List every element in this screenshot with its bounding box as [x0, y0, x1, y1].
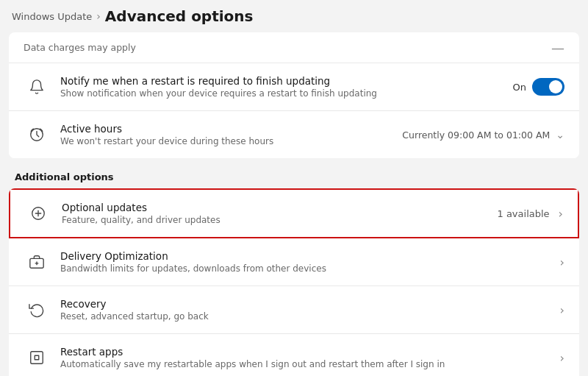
breadcrumb-separator: › — [96, 10, 101, 22]
active-hours-text: Active hours We won't restart your devic… — [60, 123, 402, 146]
setting-row-delivery-optimization[interactable]: Delivery Optimization Bandwidth limits f… — [9, 238, 579, 286]
toggle-on-label: On — [513, 82, 526, 93]
collapse-icon[interactable]: — — [551, 40, 564, 55]
recovery-control: › — [560, 303, 564, 317]
delivery-optimization-subtitle: Bandwidth limits for updates, downloads … — [60, 263, 560, 274]
additional-options-label: Additional options — [0, 158, 588, 188]
content-area: Data charges may apply — Notify me when … — [9, 32, 579, 158]
header: Windows Update › Advanced options — [0, 0, 588, 32]
delivery-optimization-title: Delivery Optimization — [60, 250, 560, 262]
notify-restart-text: Notify me when a restart is required to … — [60, 75, 513, 99]
data-charges-text: Data charges may apply — [24, 42, 136, 53]
notify-restart-control[interactable]: On — [513, 78, 564, 96]
setting-row-notify-restart[interactable]: Notify me when a restart is required to … — [9, 63, 579, 111]
setting-row-recovery[interactable]: Recovery Reset, advanced startup, go bac… — [9, 286, 579, 334]
active-hours-value: Currently 09:00 AM to 01:00 AM — [402, 130, 550, 141]
optional-updates-control: 1 available › — [498, 207, 564, 221]
recovery-icon — [24, 297, 50, 323]
additional-options-area: Optional updates Feature, quality, and d… — [9, 188, 579, 376]
setting-row-restart-apps[interactable]: Restart apps Automatically save my resta… — [9, 334, 579, 376]
restart-apps-title: Restart apps — [60, 346, 560, 358]
delivery-optimization-control: › — [560, 255, 564, 269]
breadcrumb: Windows Update › Advanced options — [12, 7, 253, 25]
delivery-icon — [24, 249, 50, 275]
active-hours-control[interactable]: Currently 09:00 AM to 01:00 AM ⌄ — [402, 129, 564, 141]
delivery-optimization-text: Delivery Optimization Bandwidth limits f… — [60, 250, 560, 274]
restart-apps-subtitle: Automatically save my restartable apps w… — [60, 359, 560, 369]
notify-restart-title: Notify me when a restart is required to … — [60, 75, 513, 87]
svg-rect-7 — [31, 352, 43, 364]
chevron-right-icon: › — [559, 207, 563, 221]
setting-row-active-hours[interactable]: Active hours We won't restart your devic… — [9, 111, 579, 158]
restart-apps-text: Restart apps Automatically save my resta… — [60, 346, 560, 369]
recovery-subtitle: Reset, advanced startup, go back — [60, 311, 560, 322]
recovery-title: Recovery — [60, 298, 560, 310]
chevron-right-icon: › — [560, 255, 564, 269]
restart-apps-icon — [24, 344, 50, 371]
data-charges-row: Data charges may apply — — [9, 32, 579, 63]
optional-updates-text: Optional updates Feature, quality, and d… — [62, 202, 498, 225]
chevron-right-icon: › — [560, 351, 564, 365]
recovery-text: Recovery Reset, advanced startup, go bac… — [60, 298, 560, 322]
active-hours-subtitle: We won't restart your device during thes… — [60, 136, 402, 146]
breadcrumb-windows-update[interactable]: Windows Update — [12, 11, 92, 22]
setting-row-optional-updates[interactable]: Optional updates Feature, quality, and d… — [9, 188, 579, 238]
notify-restart-toggle[interactable] — [532, 78, 564, 96]
notify-restart-subtitle: Show notification when your device requi… — [60, 88, 513, 99]
optional-updates-badge: 1 available — [498, 208, 550, 219]
restart-apps-control: › — [560, 351, 564, 365]
active-hours-title: Active hours — [60, 123, 402, 135]
clock-icon — [24, 121, 50, 148]
chevron-down-icon: ⌄ — [556, 129, 564, 141]
optional-updates-title: Optional updates — [62, 202, 498, 213]
circle-plus-icon — [25, 200, 51, 227]
optional-updates-subtitle: Feature, quality, and driver updates — [62, 215, 498, 225]
page-title: Advanced options — [105, 7, 254, 25]
chevron-right-icon: › — [560, 303, 564, 317]
bell-icon — [24, 74, 50, 100]
